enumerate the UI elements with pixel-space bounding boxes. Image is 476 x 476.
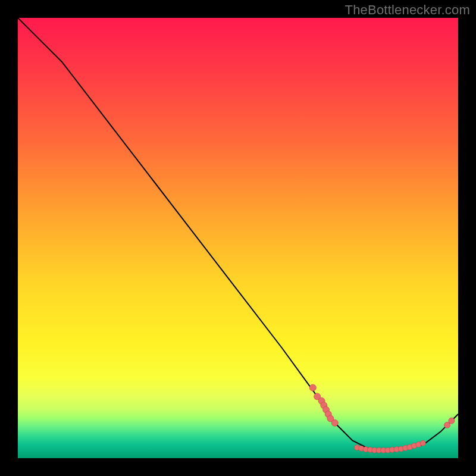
data-marker	[420, 440, 425, 446]
marker-cluster-left	[309, 384, 338, 426]
marker-cluster-bottom	[354, 440, 425, 453]
data-marker	[444, 422, 450, 428]
data-marker	[309, 384, 316, 391]
bottleneck-curve	[18, 18, 458, 449]
plot-area	[18, 18, 458, 458]
chart-container: TheBottlenecker.com	[0, 0, 476, 476]
marker-cluster-right	[444, 418, 455, 428]
data-marker	[331, 419, 338, 426]
chart-svg	[18, 18, 458, 458]
watermark-label: TheBottlenecker.com	[345, 2, 470, 18]
data-marker	[449, 418, 455, 424]
